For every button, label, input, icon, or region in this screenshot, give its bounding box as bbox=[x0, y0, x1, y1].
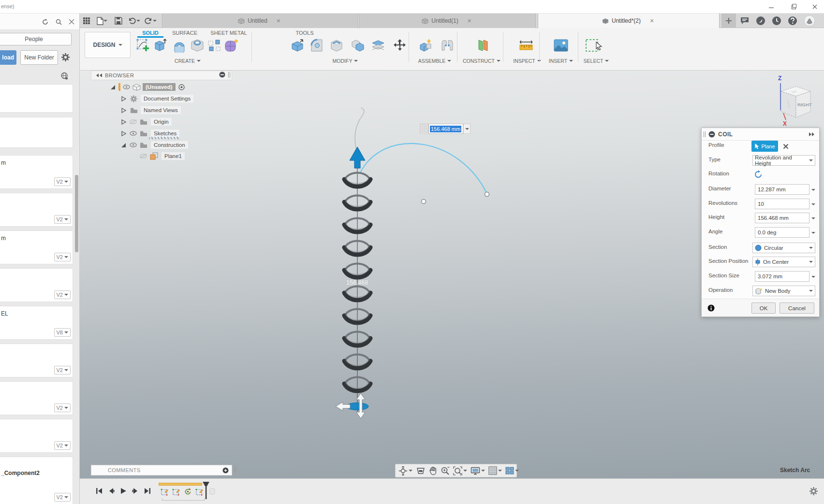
browser-drag-grip[interactable] bbox=[228, 72, 230, 78]
height-manipulator-arrow[interactable] bbox=[350, 147, 365, 168]
operation-select[interactable]: New Body bbox=[752, 286, 815, 296]
select-group-label[interactable]: SELECT bbox=[574, 57, 618, 65]
document-tab-untitled2-active[interactable]: Untitled*(2) ✕ bbox=[538, 14, 720, 28]
extensions-icon[interactable] bbox=[754, 15, 767, 27]
data-item-card[interactable]: m V2 bbox=[0, 156, 73, 188]
data-item-card[interactable]: _Component2 V2 bbox=[0, 457, 73, 504]
dialog-minimize-icon[interactable] bbox=[708, 131, 715, 138]
step-back-button[interactable] bbox=[106, 487, 116, 495]
root-document-label[interactable]: (Unsaved) bbox=[143, 83, 176, 91]
close-tab-icon[interactable]: ✕ bbox=[466, 18, 473, 24]
pattern-icon[interactable] bbox=[206, 36, 223, 55]
joint-icon[interactable] bbox=[439, 36, 456, 55]
tree-item-label[interactable]: Origin bbox=[151, 118, 172, 126]
step-forward-button[interactable] bbox=[131, 487, 140, 495]
angle-input[interactable]: 0.0 deg bbox=[755, 227, 809, 238]
extrude-icon[interactable] bbox=[151, 36, 169, 55]
section-size-input[interactable]: 3.072 mm bbox=[755, 271, 809, 282]
timeline-pending-feature-icon[interactable] bbox=[207, 487, 217, 496]
expand-triangle-icon[interactable] bbox=[121, 143, 126, 148]
visibility-eye-icon[interactable] bbox=[130, 131, 137, 136]
expand-triangle-icon[interactable] bbox=[110, 85, 116, 90]
create-sketch-icon[interactable] bbox=[134, 36, 152, 55]
minimize-button[interactable] bbox=[763, 2, 780, 12]
profile-avatar[interactable] bbox=[803, 15, 816, 27]
rotation-direction-icon[interactable] bbox=[754, 170, 763, 179]
new-file-dropdown[interactable] bbox=[103, 15, 108, 26]
zoom-icon[interactable] bbox=[441, 466, 450, 475]
tree-item-label[interactable]: Document Settings bbox=[141, 95, 193, 102]
design-workspace-selector[interactable]: DESIGN bbox=[85, 32, 131, 58]
browser-minimize-icon[interactable] bbox=[219, 72, 225, 78]
tree-item-label[interactable]: Construction bbox=[151, 141, 188, 149]
create-group-label[interactable]: CREATE bbox=[166, 57, 209, 65]
comments-drag-grip[interactable] bbox=[235, 467, 236, 473]
document-tab-untitled[interactable]: Untitled ✕ bbox=[162, 14, 358, 28]
dimension-dropdown[interactable] bbox=[463, 124, 471, 134]
dialog-drag-grip[interactable] bbox=[704, 131, 706, 137]
sketch-spline[interactable] bbox=[355, 108, 364, 152]
browser-row-origin[interactable]: Origin bbox=[91, 116, 172, 127]
browser-row-sketches[interactable]: Sketches bbox=[91, 128, 179, 139]
sketch-arc[interactable] bbox=[360, 144, 487, 194]
upload-button[interactable]: load bbox=[0, 50, 16, 65]
ok-button[interactable]: OK bbox=[751, 302, 776, 314]
timeline-sketch-feature-icon[interactable] bbox=[160, 487, 169, 496]
cancel-button[interactable]: Cancel bbox=[780, 302, 814, 314]
document-tab-untitled1[interactable]: Untitled(1) ✕ bbox=[359, 14, 536, 28]
section-position-select[interactable]: On Center bbox=[752, 257, 815, 267]
data-item-card[interactable]: V2 bbox=[0, 193, 73, 226]
app-grid-icon[interactable] bbox=[81, 15, 92, 26]
data-item-card[interactable]: m V2 bbox=[0, 231, 73, 264]
clear-selection-icon[interactable] bbox=[783, 144, 789, 149]
visibility-eye-icon[interactable] bbox=[130, 143, 137, 147]
version-badge[interactable]: V2 bbox=[54, 290, 71, 299]
split-body-icon[interactable] bbox=[369, 36, 387, 55]
browser-row-construction[interactable]: Construction bbox=[91, 140, 188, 150]
look-at-icon[interactable] bbox=[416, 467, 426, 475]
play-button[interactable] bbox=[118, 487, 128, 495]
version-badge[interactable]: V2 bbox=[54, 441, 71, 450]
refresh-icon[interactable] bbox=[41, 17, 49, 26]
construct-group-label[interactable]: CONSTRUCT bbox=[460, 57, 503, 65]
coil-dialog-header[interactable]: COIL bbox=[702, 128, 819, 141]
redo-dropdown[interactable] bbox=[152, 15, 158, 26]
section-size-dropdown[interactable] bbox=[811, 274, 815, 280]
shared-globe-icon[interactable] bbox=[60, 72, 69, 80]
timeline-settings-gear-icon[interactable] bbox=[809, 487, 818, 497]
browser-row-plane1[interactable]: Plane1 bbox=[91, 151, 185, 161]
version-badge[interactable]: V2 bbox=[54, 366, 71, 374]
combine-icon[interactable] bbox=[349, 36, 367, 55]
settings-gear-icon[interactable] bbox=[61, 53, 70, 61]
version-badge[interactable]: V8 bbox=[54, 328, 71, 337]
close-tab-icon[interactable]: ✕ bbox=[648, 18, 655, 24]
data-panel-scrollbar[interactable] bbox=[75, 175, 78, 252]
go-to-start-button[interactable] bbox=[94, 487, 104, 495]
height-input[interactable]: 156.468 mm bbox=[755, 213, 809, 223]
height-dimension-input[interactable]: 156.468 mm bbox=[428, 124, 463, 134]
section-select[interactable]: Circular bbox=[752, 243, 815, 253]
go-to-end-button[interactable] bbox=[143, 487, 152, 495]
expand-triangle-icon[interactable] bbox=[121, 96, 126, 101]
version-badge[interactable]: V2 bbox=[54, 253, 71, 261]
version-badge[interactable]: V2 bbox=[54, 215, 71, 224]
profile-selection-chip[interactable]: Plane bbox=[751, 141, 778, 152]
new-folder-button[interactable]: New Folder bbox=[20, 50, 58, 65]
tree-item-label[interactable]: Sketches bbox=[151, 130, 179, 137]
create-form-icon[interactable] bbox=[223, 36, 240, 55]
dimension-drag-grip[interactable] bbox=[420, 124, 428, 134]
tree-item-label[interactable]: Named Views bbox=[141, 106, 181, 114]
grid-display-icon[interactable] bbox=[488, 466, 502, 475]
comments-bar[interactable]: COMMENTS bbox=[91, 465, 232, 475]
close-tab-icon[interactable]: ✕ bbox=[275, 18, 282, 24]
job-status-clock-icon[interactable] bbox=[770, 15, 783, 27]
timeline-sketch-feature-icon[interactable] bbox=[171, 487, 181, 496]
data-item-card[interactable]: V2 bbox=[0, 382, 73, 415]
angle-dropdown[interactable] bbox=[811, 230, 815, 236]
display-settings-icon[interactable] bbox=[471, 467, 485, 475]
type-select[interactable]: Revolution and Height bbox=[752, 155, 815, 166]
close-window-button[interactable] bbox=[807, 2, 823, 12]
press-pull-icon[interactable] bbox=[289, 36, 306, 55]
data-item-card[interactable]: V2 bbox=[0, 344, 73, 377]
pan-icon[interactable] bbox=[429, 466, 437, 475]
